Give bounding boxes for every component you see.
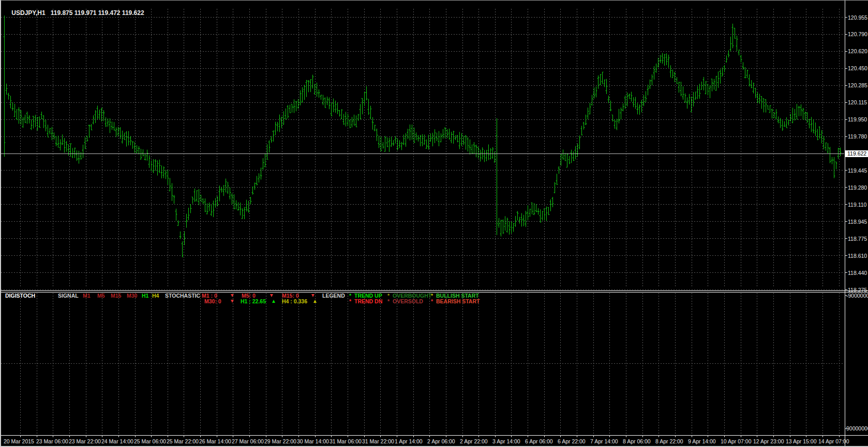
price-tick-label: 118.610 xyxy=(848,253,867,259)
signal-m1: M1 xyxy=(83,293,91,299)
stoch-m15-arrow-down-icon xyxy=(311,294,315,297)
price-tick-label: 119.110 xyxy=(848,202,866,208)
signal-m30: M30 xyxy=(127,293,137,299)
time-tick-label: 20 Mar 2015 xyxy=(4,438,34,444)
stoch-h1-value: H1 : 22.65 xyxy=(241,299,266,304)
time-tick-label: 2 Apr 06:00 xyxy=(427,438,455,444)
mt4-chart-window: USDJPY,H1119.875 119.971 119.472 119.622… xyxy=(0,0,868,447)
time-tick-label: 23 Mar 22:00 xyxy=(69,438,101,444)
legend-header: LEGEND xyxy=(322,293,345,299)
time-tick-label: 3 Apr 14:00 xyxy=(492,438,520,444)
time-tick-label: 14 Apr 07:00 xyxy=(818,438,849,444)
price-tick-label: 119.445 xyxy=(848,167,867,174)
legend-oversold: OVERSOLD xyxy=(393,299,423,304)
signal-h4: H4 xyxy=(152,293,159,299)
stoch-m5-arrow-down-icon xyxy=(270,294,273,297)
chart-title: USDJPY,H1119.875 119.971 119.472 119.622 xyxy=(5,2,144,24)
legend-trend-dn: TREND DN xyxy=(354,299,382,304)
price-tick-label: 120.955 xyxy=(848,14,867,21)
time-tick-label: 31 Mar 22:00 xyxy=(362,438,394,444)
stoch-h1-arrow-up-icon xyxy=(272,300,275,303)
price-tick-label: 119.280 xyxy=(848,184,867,191)
price-tick-label: 118.775 xyxy=(848,236,867,242)
price-tick-label: 118.945 xyxy=(848,219,867,225)
stoch-m1-arrow-down-icon xyxy=(231,294,234,297)
current-price-label: 119.622 xyxy=(845,150,868,157)
axis-tick-marks xyxy=(21,18,848,438)
price-tick-label: 119.950 xyxy=(848,116,867,122)
price-tick-label: 120.285 xyxy=(848,82,867,88)
time-tick-label: 29 Mar 22:00 xyxy=(264,438,296,444)
time-tick-label: 6 Apr 22:00 xyxy=(558,438,586,444)
time-tick-label: 1 Apr 14:00 xyxy=(395,438,423,444)
price-tick-label: 118.275 xyxy=(848,287,867,293)
time-tick-label: 2 Apr 22:00 xyxy=(460,438,488,444)
time-tick-label: 25 Mar 22:00 xyxy=(167,438,199,444)
price-tick-label: 120.790 xyxy=(848,31,867,37)
time-tick-label: 24 Mar 14:00 xyxy=(101,438,133,444)
time-tick-label: 10 Apr 07:00 xyxy=(721,438,752,444)
time-tick-label: 13 Apr 15:00 xyxy=(786,438,817,444)
signal-header: SIGNAL xyxy=(58,293,79,299)
grid-lines xyxy=(1,9,844,435)
price-tick-label: 118.440 xyxy=(848,270,867,276)
time-tick-label: 9 Apr 14:00 xyxy=(688,438,716,444)
indicator-scale-max: -9000000 xyxy=(846,292,868,299)
price-tick-label: 120.450 xyxy=(848,65,867,71)
price-tick-label: 120.115 xyxy=(848,99,867,105)
chart-symbol-period: USDJPY,H1 xyxy=(11,9,45,17)
time-tick-label: 23 Mar 06:00 xyxy=(36,438,68,444)
legend-oversold-star: * xyxy=(387,299,390,304)
legend-trend-dn-star: * xyxy=(349,299,351,304)
signal-m5: M5 xyxy=(97,293,105,299)
stoch-m30-value: M30: 0 xyxy=(204,299,221,304)
chart-ohlc-values: 119.875 119.971 119.472 119.622 xyxy=(51,9,144,17)
stochastic-header: STOCHASTIC xyxy=(165,293,200,299)
time-tick-label: 7 Apr 14:00 xyxy=(590,438,618,444)
price-tick-label: 119.780 xyxy=(848,133,867,140)
time-tick-label: 27 Mar 06:00 xyxy=(232,438,264,444)
stoch-h4-arrow-up-icon xyxy=(313,300,317,303)
window-frame-lines xyxy=(1,1,868,447)
time-tick-label: 25 Mar 06:00 xyxy=(134,438,166,444)
signal-m15: M15 xyxy=(111,293,121,299)
stoch-h4-value: H4 : 0.336 xyxy=(282,299,307,304)
time-tick-label: 31 Mar 06:00 xyxy=(330,438,362,444)
legend-bearish-start: BEARISH START xyxy=(436,299,480,304)
price-tick-label: 120.620 xyxy=(848,48,867,54)
time-tick-label: 26 Mar 14:00 xyxy=(199,438,231,444)
indicator-scale-min: 90000000 xyxy=(846,425,868,431)
indicator-name: DIGISTOCH xyxy=(5,293,35,299)
signal-h1: H1 xyxy=(142,293,148,299)
stoch-m30-arrow-down-icon xyxy=(231,300,234,303)
time-tick-label: 8 Apr 22:00 xyxy=(655,438,683,444)
time-tick-label: 30 Mar 14:00 xyxy=(297,438,329,444)
time-tick-label: 8 Apr 06:00 xyxy=(623,438,651,444)
time-tick-label: 6 Apr 06:00 xyxy=(525,438,553,444)
price-chart-canvas[interactable] xyxy=(1,1,868,447)
time-tick-label: 12 Apr 23:00 xyxy=(753,438,784,444)
legend-bearish-star: * xyxy=(431,299,433,304)
